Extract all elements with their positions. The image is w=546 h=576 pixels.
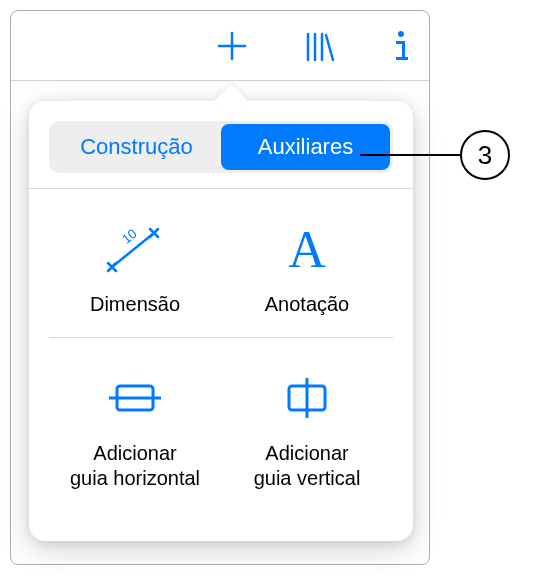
tool-annotation[interactable]: A Anotação [221, 189, 393, 337]
callout-line [360, 154, 460, 156]
svg-rect-9 [396, 57, 408, 60]
top-toolbar [11, 11, 429, 81]
tool-label: Anotação [265, 292, 350, 317]
svg-text:A: A [288, 221, 326, 278]
svg-rect-8 [402, 41, 405, 59]
tools-grid: 10 Dimensão A Anotação [49, 189, 393, 511]
tool-guide-vertical[interactable]: Adicionar guia vertical [221, 338, 393, 511]
dimension-icon: 10 [100, 214, 170, 284]
tool-guide-horizontal[interactable]: Adicionar guia horizontal [49, 338, 221, 511]
svg-line-5 [326, 35, 333, 60]
library-icon[interactable] [304, 29, 336, 63]
info-icon[interactable] [391, 29, 411, 63]
tool-label: Adicionar guia vertical [254, 441, 361, 491]
callout: 3 [460, 130, 510, 180]
add-popover: Construção Auxiliares 10 Dimensão [29, 101, 413, 541]
segment-auxiliaries[interactable]: Auxiliares [221, 124, 390, 170]
svg-point-6 [398, 31, 404, 37]
tool-dimension[interactable]: 10 Dimensão [49, 189, 221, 337]
callout-number: 3 [460, 130, 510, 180]
add-icon[interactable] [215, 29, 249, 63]
tool-panel: Construção Auxiliares 10 Dimensão [10, 10, 430, 565]
guide-horizontal-icon [103, 363, 167, 433]
svg-text:10: 10 [119, 226, 140, 247]
guide-vertical-icon [275, 363, 339, 433]
annotation-icon: A [277, 214, 337, 284]
tool-label: Dimensão [90, 292, 180, 317]
segmented-control[interactable]: Construção Auxiliares [49, 121, 393, 173]
segment-construction[interactable]: Construção [52, 124, 221, 170]
tool-label: Adicionar guia horizontal [70, 441, 200, 491]
